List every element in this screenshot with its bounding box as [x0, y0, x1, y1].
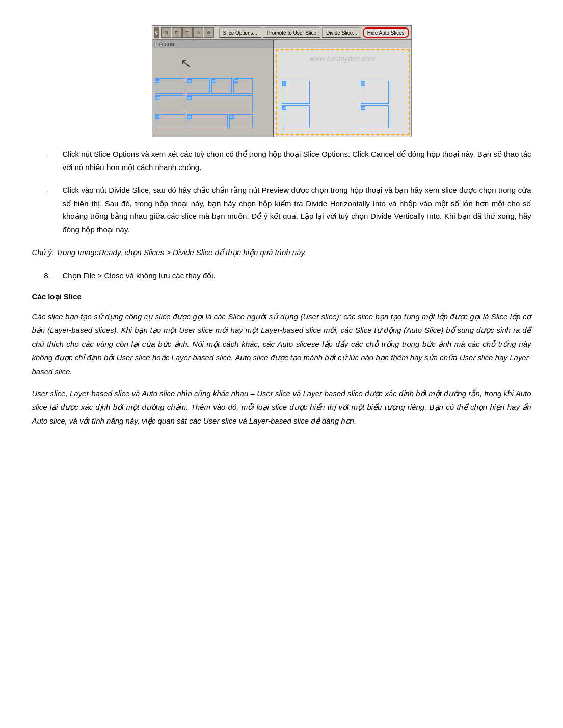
- arrow-cursor-icon: ↖: [179, 55, 192, 72]
- slice-label-2: 02: [187, 79, 192, 83]
- canvas-container: 1 2 3 4 ↖ 01 02 03: [152, 40, 412, 137]
- slice-cell-2: 02: [187, 78, 210, 94]
- canvas-right-header: [274, 40, 411, 48]
- r-label-4: 06: [361, 106, 366, 110]
- r-slice-4: 06: [361, 105, 389, 128]
- slice-cell-7: 07: [155, 114, 185, 129]
- divide-slice-btn[interactable]: Divide Slice...: [322, 27, 361, 38]
- icon-group: ⊞ ⊟ ⊡ ⊕ ⊗: [161, 27, 214, 38]
- slice-label-5: 05: [155, 96, 160, 100]
- bullet-item-1: · Click nút Slice Options và xem xét các…: [32, 148, 531, 174]
- left-slice-area: 01 02 03 04 05 06: [155, 78, 271, 134]
- r-label-3: 04: [282, 106, 287, 110]
- slice-cell-3: 03: [211, 78, 232, 94]
- slice-cell-9: 09: [229, 114, 253, 129]
- bullet-text-2: Click vào nút Divide Slice, sau đó hãy c…: [63, 184, 531, 236]
- tool-icon-1: ⚲: [154, 27, 159, 38]
- promote-user-slice-btn[interactable]: Promote to User Slice: [263, 27, 320, 38]
- slice-label-6: 06: [187, 96, 192, 100]
- section-title: Các loại Slice: [32, 292, 531, 301]
- tab-label-4: 4: [170, 43, 174, 46]
- slice-cell-4: 04: [233, 78, 253, 94]
- toolbar-row: ⚲ ⊞ ⊟ ⊡ ⊕ ⊗ Slice Options... Promote to …: [152, 25, 412, 40]
- slice-cell-6: 06: [187, 95, 253, 113]
- slice-label-8: 08: [187, 115, 192, 119]
- paragraph-1: Các slice bạn tạo sử dụng công cụ slice …: [32, 310, 531, 378]
- r-slice-1: 01: [282, 81, 310, 104]
- r-slice-2: 03: [361, 81, 389, 104]
- paragraph-2: User slice, Layer-based slice và Auto sl…: [32, 386, 531, 428]
- hide-auto-slices-btn[interactable]: Hide Auto Slices: [363, 27, 409, 38]
- slice-label-3: 03: [212, 79, 217, 83]
- icon-2: ⊞: [161, 27, 171, 38]
- note-text: Chú ý: Trong ImageReady, chọn Slices > D…: [32, 246, 531, 259]
- canvas-left-header: 1 2 3 4: [152, 40, 273, 48]
- slice-label-1: 01: [155, 79, 160, 83]
- bullet-dot-2: ·: [32, 184, 63, 236]
- tab-label-3: 3: [165, 43, 169, 46]
- step-8-text: Chọn File > Close và không lưu các thay …: [63, 269, 531, 283]
- step-8-number: 8.: [32, 269, 63, 283]
- step-8-item: 8. Chọn File > Close và không lưu các th…: [32, 269, 531, 283]
- canvas-left: 1 2 3 4 ↖ 01 02 03: [152, 40, 274, 137]
- bullet-dot-1: ·: [32, 148, 63, 174]
- canvas-right: www.bantayden.com 01 03 04: [274, 40, 411, 137]
- slice-cell-8: 08: [187, 114, 228, 129]
- slice-label-4: 04: [234, 79, 238, 83]
- tab-label-2: 2: [159, 43, 163, 46]
- icon-5: ⊕: [193, 27, 203, 38]
- toolbar-area: ⚲ ⊞ ⊟ ⊡ ⊕ ⊗ Slice Options... Promote to …: [32, 25, 531, 137]
- slice-label-7: 07: [155, 115, 160, 119]
- bullet-text-1: Click nút Slice Options và xem xét các t…: [63, 148, 531, 174]
- tab-label-1: 1: [154, 43, 158, 46]
- slice-cell-5: 05: [155, 95, 185, 113]
- slice-label-9: 09: [230, 115, 234, 119]
- r-slice-3: 04: [282, 105, 310, 128]
- icon-3: ⊟: [172, 27, 182, 38]
- bullet-item-2: · Click vào nút Divide Slice, sau đó hãy…: [32, 184, 531, 236]
- page-content: ⚲ ⊞ ⊟ ⊡ ⊕ ⊗ Slice Options... Promote to …: [32, 25, 531, 428]
- slice-options-btn[interactable]: Slice Options...: [219, 27, 261, 38]
- r-label-1: 01: [282, 81, 287, 86]
- icon-6: ⊗: [204, 27, 214, 38]
- icon-4: ⊡: [182, 27, 193, 38]
- slice-cell-1: 01: [155, 78, 185, 94]
- watermark-text: www.bantayden.com: [279, 54, 406, 63]
- r-label-2: 03: [361, 81, 366, 86]
